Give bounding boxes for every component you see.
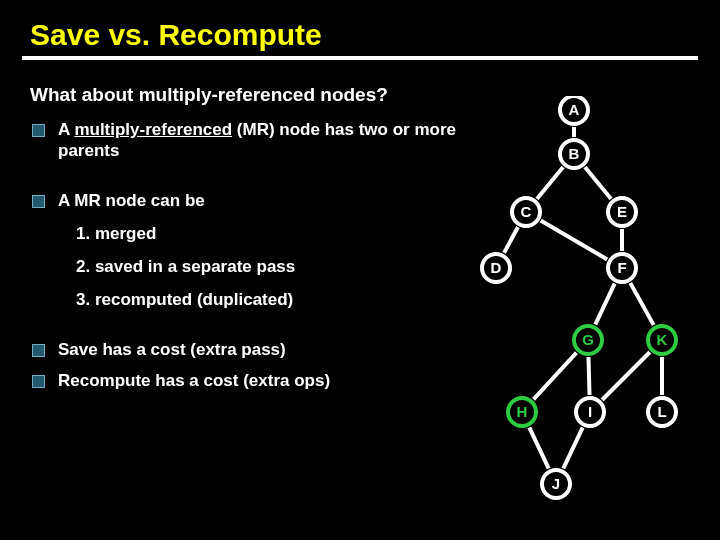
bullet-list: A multiply-referenced (MR) node has two …	[30, 120, 460, 310]
edge	[595, 283, 614, 324]
edge	[588, 357, 589, 395]
node-E: E	[605, 195, 639, 229]
svg-text:K: K	[657, 331, 668, 348]
edge	[537, 167, 563, 199]
edge	[585, 167, 611, 199]
node-I: I	[573, 395, 607, 429]
node-K: K	[645, 323, 679, 357]
node-H: H	[505, 395, 539, 429]
svg-text:A: A	[569, 101, 580, 118]
svg-text:G: G	[582, 331, 594, 348]
node-C: C	[509, 195, 543, 229]
dag-diagram: ABCEDFGKHILJ	[476, 96, 706, 526]
node-F: F	[605, 251, 639, 285]
svg-text:J: J	[552, 475, 560, 492]
svg-text:D: D	[491, 259, 502, 276]
svg-text:E: E	[617, 203, 627, 220]
edge	[602, 352, 650, 400]
svg-text:H: H	[517, 403, 528, 420]
node-J: J	[539, 467, 573, 501]
node-B: B	[557, 137, 591, 171]
edge	[529, 427, 548, 468]
edge	[504, 227, 518, 253]
svg-text:C: C	[521, 203, 532, 220]
svg-text:L: L	[657, 403, 666, 420]
slide-title: Save vs. Recompute	[0, 0, 720, 56]
text: A MR node can be	[58, 191, 205, 210]
edge	[630, 283, 653, 325]
edge	[541, 221, 608, 260]
option-merged: 1. merged	[76, 224, 460, 245]
underlined-term: multiply-referenced	[74, 120, 232, 139]
bullet-mr-options: A MR node can be 1. merged 2. saved in a…	[32, 191, 460, 310]
node-D: D	[479, 251, 513, 285]
section-heading: What about multiply-referenced nodes?	[30, 84, 460, 106]
bullet-recompute-cost: Recompute has a cost (extra ops)	[32, 371, 460, 392]
edge	[563, 427, 582, 468]
bullet-list-costs: Save has a cost (extra pass) Recompute h…	[30, 340, 460, 391]
text: A	[58, 120, 74, 139]
svg-text:F: F	[617, 259, 626, 276]
node-L: L	[645, 395, 679, 429]
svg-text:I: I	[588, 403, 592, 420]
option-saved: 2. saved in a separate pass	[76, 257, 460, 278]
text-column: What about multiply-referenced nodes? A …	[30, 84, 460, 402]
bullet-save-cost: Save has a cost (extra pass)	[32, 340, 460, 361]
svg-text:B: B	[569, 145, 580, 162]
node-G: G	[571, 323, 605, 357]
node-A: A	[557, 96, 591, 127]
edge	[533, 353, 576, 400]
option-recomputed: 3. recomputed (duplicated)	[76, 290, 460, 311]
bullet-mr-definition: A multiply-referenced (MR) node has two …	[32, 120, 460, 161]
numbered-list: 1. merged 2. saved in a separate pass 3.…	[58, 224, 460, 310]
